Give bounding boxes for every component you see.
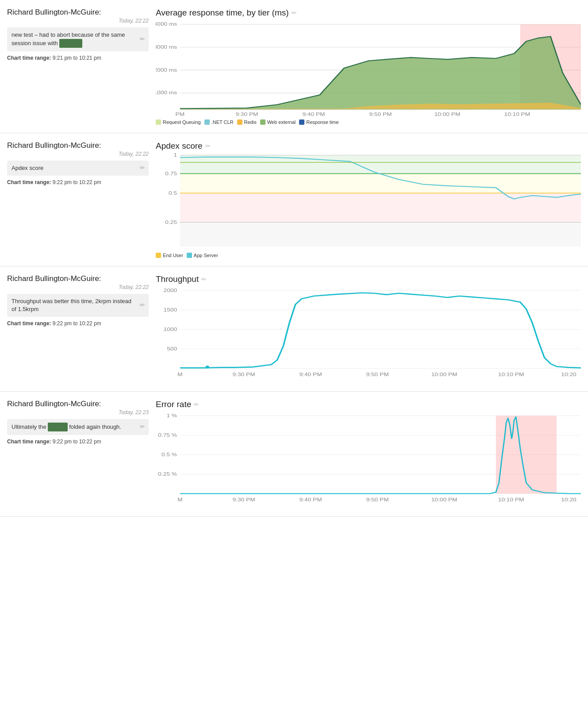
svg-text:9:30 PM: 9:30 PM [233,372,255,377]
edit-icon-apdex[interactable]: ✏ [140,164,145,173]
chart-avg-response: 4000 ms 3000 ms 2000 ms 1000 ms PM 9:30 … [156,19,581,117]
svg-text:9:30 PM: 9:30 PM [235,112,258,117]
svg-text:0.25: 0.25 [165,219,177,225]
left-panel-throughput: Richard Bullington-McGuire: Today, 22:22… [7,274,149,383]
svg-point-38 [206,366,209,368]
svg-text:10:10 PM: 10:10 PM [498,497,524,503]
redacted-avg-response [59,39,82,48]
chart-title-apdex: Apdex score ✏ [156,141,581,151]
chart-time-range-apdex: Chart time range: 9:22 pm to 10:22 pm [7,179,149,185]
legend-item-request-queuing: Request Queuing [156,119,201,125]
edit-pencil-throughput[interactable]: ✏ [201,276,207,283]
svg-text:4000 ms: 4000 ms [156,22,177,27]
author-throughput: Richard Bullington-McGuire: [7,274,149,283]
legend-dot-redis [237,119,242,125]
right-panel-apdex: Apdex score ✏ 1 0.75 [156,141,581,258]
svg-rect-16 [180,155,581,174]
svg-text:9:40 PM: 9:40 PM [300,372,322,377]
note-text-error-rate-after: folded again though. [69,423,121,430]
legend-dot-response-time [299,119,304,125]
legend-item-response-time: Response time [299,119,338,125]
svg-text:9:50 PM: 9:50 PM [366,372,389,377]
author-apdex: Richard Bullington-McGuire: [7,141,149,150]
section-throughput: Richard Bullington-McGuire: Today, 22:22… [0,266,588,392]
svg-text:M: M [177,497,182,503]
svg-text:PM: PM [176,112,185,117]
section-apdex: Richard Bullington-McGuire: Today, 22:22… [0,133,588,266]
edit-icon-error-rate[interactable]: ✏ [140,423,145,431]
note-box-error-rate: Ultimately the folded again though. ✏ [7,419,149,435]
svg-text:10:20: 10:20 [561,372,576,377]
legend-item-end-user: End User [156,253,183,258]
legend-label-app-server: App Server [194,253,218,258]
legend-item-redis: Redis [237,119,257,125]
note-box-throughput: Throughput was better this time, 2krpm i… [7,294,149,317]
chart-apdex: 1 0.75 0.5 0.25 [156,153,581,250]
edit-pencil-avg-response[interactable]: ✏ [292,9,297,16]
svg-text:1000: 1000 [164,327,177,332]
svg-text:10:00 PM: 10:00 PM [431,372,457,377]
legend-avg-response: Request Queuing .NET CLR Redis Web exter… [156,119,581,125]
legend-label-end-user: End User [163,253,183,258]
timestamp-throughput: Today, 22:22 [7,284,149,290]
svg-text:10:20: 10:20 [561,497,576,503]
chart-throughput: 2000 1500 1000 500 M 9:30 PM 9:40 PM 9:5… [156,286,581,383]
legend-dot-app-server [187,253,192,258]
note-text-throughput: Throughput was better this time, 2krpm i… [12,298,131,312]
svg-text:M: M [177,372,182,377]
svg-text:0.75: 0.75 [165,171,177,176]
legend-dot-end-user [156,253,161,258]
timestamp-avg-response: Today, 22:22 [7,18,149,24]
legend-dot-web-external [260,119,265,125]
svg-text:1 %: 1 % [166,413,177,418]
svg-text:0.75 %: 0.75 % [158,432,177,438]
svg-text:0.25 %: 0.25 % [158,471,177,477]
legend-item-net-clr: .NET CLR [204,119,234,125]
section-error-rate: Richard Bullington-McGuire: Today, 22:23… [0,392,588,517]
edit-icon-throughput[interactable]: ✏ [140,301,145,310]
chart-title-avg-response: Average response time, by tier (ms) ✏ [156,8,581,18]
note-box-avg-response: new test – had to abort because of the s… [7,27,149,51]
legend-apdex: End User App Server [156,253,581,258]
note-text-error-rate-before: Ultimately the [12,423,46,430]
svg-rect-17 [180,173,581,193]
right-panel-throughput: Throughput ✏ 2000 1500 1000 500 [156,274,581,383]
chart-time-range-throughput: Chart time range: 9:22 pm to 10:22 pm [7,320,149,327]
svg-text:1000 ms: 1000 ms [156,90,177,96]
note-text-apdex: Apdex score [12,165,43,171]
chart-title-error-rate: Error rate ✏ [156,400,581,409]
svg-text:9:40 PM: 9:40 PM [300,497,322,503]
timestamp-error-rate: Today, 22:23 [7,409,149,416]
svg-text:0.5: 0.5 [169,190,177,196]
chart-time-range-avg-response: Chart time range: 9:21 pm to 10:21 pm [7,55,149,61]
edit-pencil-error-rate[interactable]: ✏ [194,401,199,408]
legend-label-net-clr: .NET CLR [211,119,234,125]
section-avg-response: Richard Bullington-McGuire: Today, 22:22… [0,0,588,133]
svg-text:9:40 PM: 9:40 PM [302,112,325,117]
svg-text:2000: 2000 [164,288,177,293]
edit-pencil-apdex[interactable]: ✏ [205,142,211,150]
svg-text:9:30 PM: 9:30 PM [233,497,255,503]
svg-text:9:50 PM: 9:50 PM [369,112,392,117]
svg-rect-19 [180,222,581,246]
legend-label-web-external: Web external [267,119,296,125]
left-panel-apdex: Richard Bullington-McGuire: Today, 22:22… [7,141,149,258]
chart-error-rate: 1 % 0.75 % 0.5 % 0.25 % M 9:30 PM 9:40 P… [156,411,581,508]
legend-label-request-queuing: Request Queuing [163,119,201,125]
right-panel-error-rate: Error rate ✏ 1 % 0.75 % 0.5 % 0.25 % [156,400,581,508]
timestamp-apdex: Today, 22:22 [7,151,149,157]
right-panel-avg-response: Average response time, by tier (ms) ✏ 40… [156,8,581,125]
redacted-error-rate [48,423,67,431]
legend-dot-request-queuing [156,119,161,125]
svg-text:3000 ms: 3000 ms [156,44,177,50]
svg-text:1: 1 [173,153,177,158]
svg-text:10:10 PM: 10:10 PM [504,112,530,117]
edit-icon-avg-response[interactable]: ✏ [140,35,145,44]
author-avg-response: Richard Bullington-McGuire: [7,8,149,17]
svg-text:10:00 PM: 10:00 PM [431,497,457,503]
chart-time-range-error-rate: Chart time range: 9:22 pm to 10:22 pm [7,439,149,445]
svg-text:10:10 PM: 10:10 PM [498,372,524,377]
svg-text:2000 ms: 2000 ms [156,67,177,73]
svg-text:9:50 PM: 9:50 PM [366,497,389,503]
legend-item-web-external: Web external [260,119,296,125]
